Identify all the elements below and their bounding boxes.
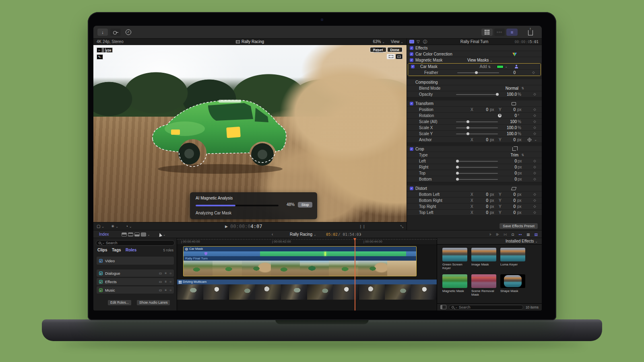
effects-section-row[interactable]: Effects — [407, 45, 542, 51]
keyframe-icon[interactable] — [533, 165, 536, 168]
keyframe-icon[interactable] — [533, 199, 536, 202]
effect-thumbnail[interactable] — [442, 274, 467, 288]
play-button[interactable]: ▶ — [225, 222, 228, 230]
keyframe-icon[interactable] — [533, 126, 536, 129]
crop-left-row[interactable]: Left 0 px — [407, 158, 542, 164]
car-mask-checkbox[interactable] — [411, 65, 415, 68]
clip-appearance-icon[interactable] — [141, 232, 146, 237]
param-value[interactable]: 0 — [497, 113, 517, 119]
video-role-checkbox[interactable] — [99, 259, 103, 263]
clip-appearance-icon[interactable] — [128, 232, 133, 237]
swatch-chevron-icon[interactable]: ⌄ — [505, 64, 508, 70]
effect-item[interactable]: Green Screen Keyer — [442, 248, 468, 270]
clip-appearance-icon[interactable] — [122, 232, 127, 237]
multicam-clip[interactable]: Driving Multicam — [177, 280, 437, 300]
effect-item[interactable]: Magnetic Mask — [442, 274, 468, 293]
scale-y-row[interactable]: Scale Y 100.0 % — [407, 131, 542, 137]
y-value[interactable]: 0 — [501, 204, 516, 210]
param-value[interactable]: Trim — [486, 152, 518, 158]
effects-browser-header[interactable]: Installed Effects ⌄ — [437, 238, 542, 245]
crop-bottom-slider[interactable] — [456, 179, 498, 180]
tool-menu[interactable]: ⌄ — [159, 230, 165, 239]
effects-role-checkbox[interactable] — [99, 280, 103, 284]
rotation-row[interactable]: Rotation 0 ° — [407, 113, 542, 119]
transform-section-row[interactable]: Transform — [407, 101, 542, 107]
stop-button[interactable]: Stop — [298, 202, 312, 208]
effects-checkbox[interactable] — [410, 46, 413, 50]
effect-item[interactable]: Luma Keyer — [500, 248, 526, 266]
crop-bottom-row[interactable]: Bottom 0 px — [407, 176, 542, 182]
magnetic-mask-row[interactable]: Magnetic Mask View Masks ⌄ — [407, 57, 542, 63]
anchor-icon[interactable] — [528, 138, 531, 142]
crop-left-slider[interactable] — [456, 161, 498, 162]
anchor-row[interactable]: Anchor X0px Y0px ⌄ — [407, 137, 542, 143]
timeline-project-menu[interactable]: Rally Racing ⌄ — [290, 230, 316, 239]
erase-brush-icon[interactable]: ✎- — [97, 54, 103, 60]
role-lanes-icon[interactable]: ▭ — [159, 288, 162, 292]
playhead[interactable] — [355, 238, 355, 311]
green-marker[interactable] — [324, 252, 326, 256]
role-lanes-icon[interactable]: ▭ — [159, 272, 162, 275]
masked-car[interactable] — [148, 90, 293, 175]
show-mask-fill-button[interactable] — [396, 54, 402, 59]
param-value[interactable]: 100.0 — [497, 131, 517, 137]
param-value[interactable]: Normal — [486, 85, 518, 91]
blend-mode-row[interactable]: Blend Mode Normal ⇅ — [407, 85, 542, 91]
tab-tags[interactable]: Tags — [112, 248, 121, 252]
x-value[interactable]: 0 — [474, 191, 488, 197]
role-row-effects[interactable]: Effects ▭≡○ — [97, 278, 174, 285]
next-mark-icon[interactable]: ▶ — [97, 47, 102, 53]
effect-item[interactable]: Image Mask — [471, 248, 497, 266]
next-project-icon[interactable]: › — [360, 230, 361, 239]
distort-bottom-left-row[interactable]: Bottom Left X0px Y0px — [407, 191, 542, 197]
role-subroles-icon[interactable]: ≡ — [165, 272, 167, 275]
keyframe-icon[interactable] — [532, 71, 535, 74]
role-subroles-icon[interactable]: ≡ — [165, 280, 167, 284]
role-subroles-icon[interactable]: ≡ — [165, 288, 167, 292]
effects-wand-menu[interactable]: ✳ ⌄ — [111, 222, 118, 231]
x-value[interactable]: 0 — [474, 204, 488, 210]
role-row-video[interactable]: Video — [97, 257, 174, 265]
crop-type-row[interactable]: Type Trim ⇅ — [407, 152, 542, 158]
keyframe-icon[interactable] — [533, 120, 536, 123]
effect-thumbnail[interactable] — [471, 274, 496, 288]
analysis-button[interactable]: ✓ — [123, 29, 134, 36]
distort-icon[interactable] — [511, 187, 517, 190]
x-value[interactable]: 0 — [474, 197, 488, 204]
distort-checkbox[interactable] — [410, 187, 413, 190]
car-mask-row[interactable]: Car Mask Add ⇅ ⌄ — [408, 64, 541, 70]
scale-all-slider[interactable] — [456, 121, 498, 122]
crop-top-row[interactable]: Top 0 px — [407, 170, 542, 176]
snapping-icon[interactable]: ▦ — [526, 230, 530, 239]
mask-color-swatch[interactable] — [497, 65, 504, 68]
fullscreen-icon[interactable]: ⤡ — [400, 222, 403, 230]
mask-mode-menu[interactable]: Add ⇅ — [480, 64, 491, 70]
magnetic-mask-checkbox[interactable] — [410, 58, 413, 62]
transform-icon[interactable] — [512, 102, 516, 105]
crop-right-slider[interactable] — [456, 167, 498, 168]
role-row-music[interactable]: Music ▭≡○ — [97, 286, 174, 294]
reset-button[interactable]: Reset — [370, 47, 386, 52]
crop-section-row[interactable]: Crop — [407, 146, 542, 152]
effect-thumbnail[interactable] — [471, 248, 496, 261]
index-button[interactable]: Index — [99, 230, 109, 239]
mask-range-bar[interactable] — [184, 251, 416, 256]
effect-thumbnail[interactable] — [442, 248, 467, 261]
index-search-input[interactable]: ⌄ Search — [96, 240, 175, 246]
role-lanes-icon[interactable]: ▭ — [159, 280, 162, 284]
role-focus-icon[interactable]: ○ — [169, 280, 171, 284]
effect-thumbnail[interactable] — [500, 248, 525, 261]
selected-clip-group[interactable]: × Car Mask Rally Final Turn — [183, 246, 417, 276]
y-value[interactable]: 0 — [501, 191, 516, 197]
stepper-icon[interactable]: ⇅ — [521, 85, 524, 91]
crop-checkbox[interactable] — [410, 147, 413, 151]
distort-bottom-right-row[interactable]: Bottom Right X0px Y0px — [407, 197, 542, 204]
keyframe-icon[interactable] — [533, 93, 536, 95]
car-mask-clip[interactable]: × Car Mask — [184, 247, 416, 251]
y-value[interactable]: 0 — [501, 137, 516, 143]
retime-menu[interactable]: ◔ ⌄ — [126, 222, 132, 231]
param-value[interactable]: 100 — [497, 119, 517, 125]
view-masks-menu[interactable]: View Masks ⌄ — [467, 57, 493, 64]
crop-right-row[interactable]: Right 0 px — [407, 164, 542, 170]
keyframe-icon[interactable] — [533, 114, 536, 117]
